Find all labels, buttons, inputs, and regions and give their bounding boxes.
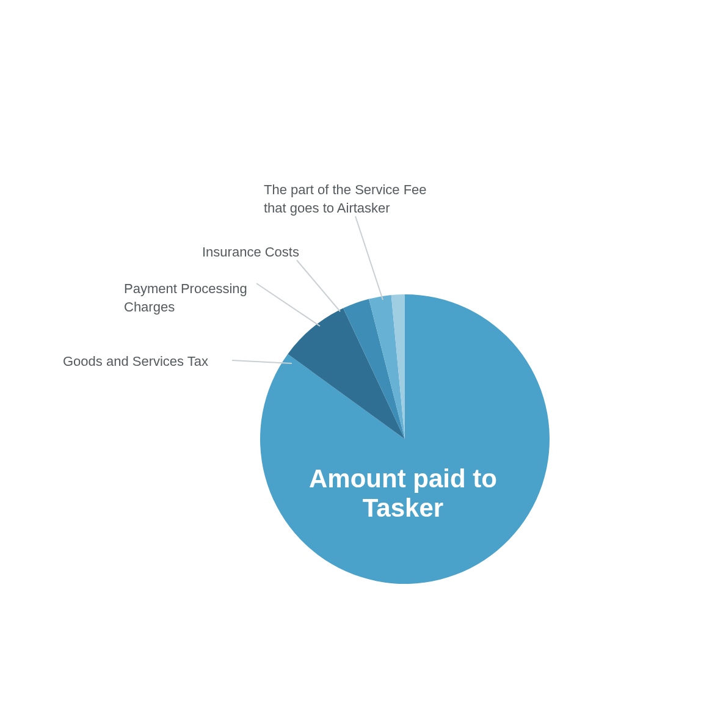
pie-chart <box>260 294 550 584</box>
label-gst: Goods and Services Tax <box>63 352 222 371</box>
label-airtasker: The part of the Service Fee that goes to… <box>264 181 441 217</box>
label-insurance: Insurance Costs <box>202 243 324 261</box>
label-payment: Payment Processing Charges <box>124 280 258 316</box>
label-center: Amount paid to Tasker <box>293 464 513 523</box>
pie-chart-container: The part of the Service Fee that goes to… <box>0 0 701 728</box>
leader-airtasker <box>355 216 383 300</box>
